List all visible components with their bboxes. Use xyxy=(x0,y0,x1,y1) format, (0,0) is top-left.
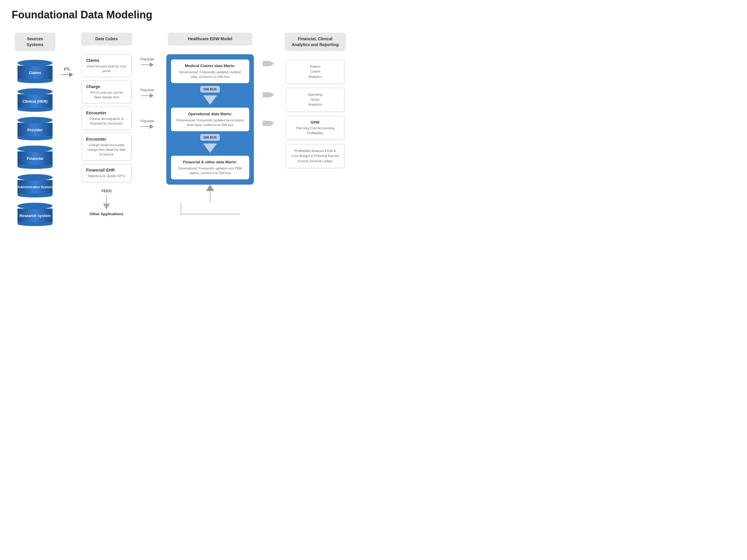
claims-cube-desc: Dept Account deal by cost pools xyxy=(86,64,127,73)
charge-cube-title: Charge xyxy=(86,84,127,89)
upward-arrow-section xyxy=(181,185,239,214)
datacubes-header: Data Cubes xyxy=(81,33,132,46)
dw-bus-2: DW BUS xyxy=(201,134,220,153)
patient-cohort-card: PatientCohortAnalytics xyxy=(286,60,344,84)
profitability-desc: Profitability Analysis Profit & Loss Bud… xyxy=(291,149,339,164)
claims-cube-title: Claims xyxy=(86,58,127,63)
operational-mart-desc: Dimensional; Frequently updated prescrip… xyxy=(176,118,244,127)
feed-label: FEED xyxy=(102,189,112,193)
l-connector xyxy=(181,203,239,214)
provider-db: Provider xyxy=(18,117,53,140)
operating-room-card: OperatingRoomAnalytics xyxy=(286,88,344,112)
patient-cohort-desc: PatientCohortAnalytics xyxy=(291,64,339,79)
dw-bus-label-2: DW BUS xyxy=(201,134,220,140)
datacubes-column: Data Cubes Claims Dept Account deal by c… xyxy=(79,33,134,216)
dw-bus-arrow-2 xyxy=(203,143,217,153)
upward-arrow-shaft xyxy=(210,191,210,203)
encounter-cube-1-desc: Clinical demographic & financial by enco… xyxy=(86,116,127,126)
feed-section: FEED Other Applications xyxy=(89,189,123,216)
encounter-cube-1-title: Encounter xyxy=(86,110,127,115)
edw-outer-box: Medical Claims data Marts: Dimensional; … xyxy=(166,54,254,185)
encounter-cube-2-desc: Charge detail encounter charge item deta… xyxy=(86,143,127,157)
financial-ehr-cube-title: Financial/ EHR xyxy=(86,168,127,172)
populate-label-2: Populate xyxy=(140,88,154,92)
populate-label-1: Populate xyxy=(140,57,154,61)
populate-label-3: Populate xyxy=(140,119,154,123)
encounter-cube-2-title: Encounter xyxy=(86,137,127,141)
financial-ehr-cube-desc: Statistical & Quality KPI's xyxy=(86,174,127,178)
operational-mart-title: Operational data Marts: xyxy=(176,112,244,116)
etl-label: ETL xyxy=(64,67,71,71)
claims-db: Claims xyxy=(18,60,53,83)
diagram: Sources Systems Claims Clinical (HER) Pr… xyxy=(12,33,362,231)
encounter-cube-1: Encounter Clinical demographic & financi… xyxy=(82,107,131,130)
populate-arrows: Populate Populate Populate xyxy=(134,33,160,129)
clinical-db: Clinical (HER) xyxy=(18,88,53,112)
epm-desc: Planning Cost Accounting Profitability xyxy=(291,126,339,136)
sources-header: Sources Systems xyxy=(15,33,55,51)
other-apps-label: Other Applications xyxy=(89,212,123,216)
administrative-db: Administrative System xyxy=(18,174,53,197)
medical-claims-desc: Dimensional; Frequently updated medical … xyxy=(176,70,244,79)
financial-ehr-cube: Financial/ EHR Statistical & Quality KPI… xyxy=(82,164,131,182)
medical-claims-mart: Medical Claims data Marts: Dimensional; … xyxy=(171,59,249,83)
analytics-column: Financial, Clinical Analytics and Report… xyxy=(283,33,347,172)
encounter-cube-2: Encounter Charge detail encounter charge… xyxy=(82,133,131,160)
research-db: Research system xyxy=(18,203,53,226)
financial-other-mart: Financial & other data Marts: Dimensiona… xyxy=(171,156,249,179)
page-title: Foundational Data Modeling xyxy=(12,9,362,21)
financial-db: Financial xyxy=(18,145,53,169)
charge-cube-desc: RVU's cost per unit by Dept charge item xyxy=(86,90,127,100)
right-arrows xyxy=(257,33,280,126)
operational-mart: Operational data Marts: Dimensional; Fre… xyxy=(171,108,249,131)
financial-other-title: Financial & other data Marts: xyxy=(176,160,244,164)
epm-title: EPM xyxy=(291,120,339,125)
profitability-card: Profitability Analysis Profit & Loss Bud… xyxy=(286,144,344,168)
dw-bus-arrow-1 xyxy=(203,96,217,105)
dw-bus-1: DW BUS xyxy=(201,86,220,105)
medical-claims-title: Medical Claims data Marts: xyxy=(176,63,244,68)
operating-room-desc: OperatingRoomAnalytics xyxy=(291,92,339,107)
etl-section: ETL xyxy=(58,67,76,77)
financial-other-desc: Dimensional; Frequently updated non PBM … xyxy=(176,166,244,175)
edw-column: Healthcare EDW Model Medical Claims data… xyxy=(163,33,257,214)
claims-cube: Claims Dept Account deal by cost pools xyxy=(82,54,131,77)
epm-card: EPM Planning Cost Accounting Profitabili… xyxy=(286,116,344,140)
upward-arrow-head xyxy=(206,185,214,191)
edw-header: Healthcare EDW Model xyxy=(168,33,252,46)
sources-systems-column: Sources Systems Claims Clinical (HER) Pr… xyxy=(12,33,58,231)
dw-bus-label-1: DW BUS xyxy=(201,86,220,92)
analytics-header: Financial, Clinical Analytics and Report… xyxy=(284,33,346,51)
charge-cube: Charge RVU's cost per unit by Dept charg… xyxy=(82,80,131,103)
